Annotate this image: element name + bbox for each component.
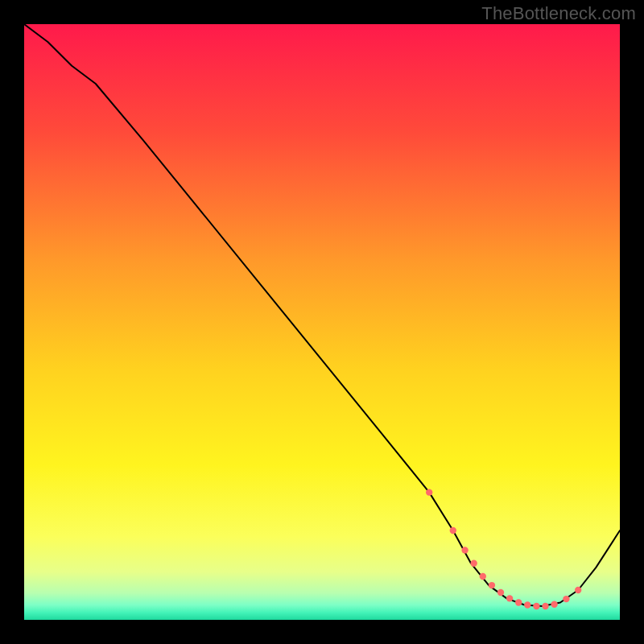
marker-point [563, 596, 569, 602]
marker-point [533, 603, 539, 609]
marker-point [450, 527, 456, 534]
marker-point [524, 601, 530, 608]
chart-frame: TheBottleneck.com [0, 0, 644, 644]
marker-point [471, 560, 477, 567]
watermark-text: TheBottleneck.com [481, 3, 636, 24]
gradient-background [24, 24, 620, 620]
marker-point [575, 587, 581, 593]
marker-point [542, 603, 548, 609]
marker-point [480, 573, 486, 580]
marker-point [461, 547, 468, 553]
marker-point [426, 489, 432, 495]
marker-point [506, 595, 513, 601]
marker-point [497, 589, 504, 596]
chart-plot [24, 24, 620, 620]
marker-point [551, 601, 557, 608]
marker-point [489, 582, 495, 588]
marker-point [515, 599, 522, 605]
